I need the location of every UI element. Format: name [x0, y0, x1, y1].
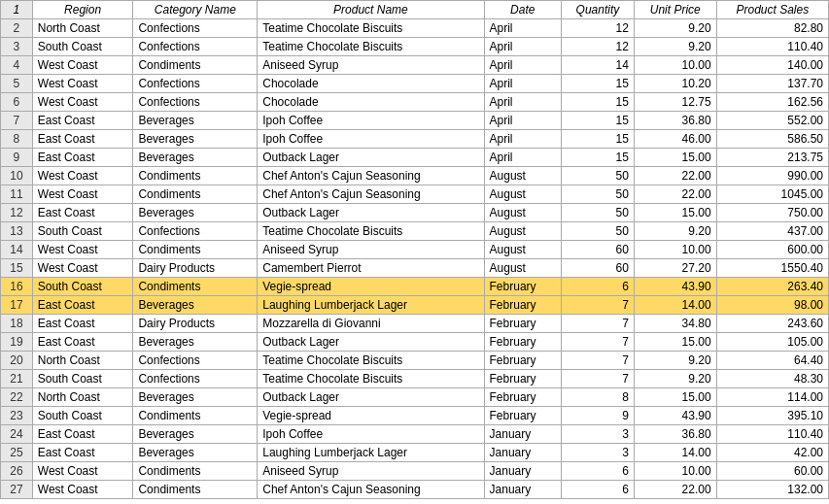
cell-unit-price: 22.00	[634, 167, 716, 185]
cell-date: February	[484, 388, 561, 407]
table-row: 23South CoastCondimentsVegie-spreadFebru…	[1, 407, 829, 425]
cell-quantity: 6	[561, 278, 634, 296]
cell-region: North Coast	[32, 19, 133, 38]
cell-category: Confections	[133, 75, 258, 93]
cell-product-sales: 60.00	[716, 462, 828, 481]
cell-product-sales: 600.00	[716, 241, 828, 259]
cell-quantity: 15	[561, 130, 634, 149]
cell-product-sales: 586.50	[716, 130, 828, 149]
cell-product: Aniseed Syrup	[258, 241, 484, 259]
col-header-category: Category Name	[133, 1, 258, 19]
cell-product-sales: 82.80	[716, 19, 828, 38]
cell-region: East Coast	[32, 296, 133, 315]
cell-product: Chef Anton's Cajun Seasoning	[258, 481, 484, 499]
cell-unit-price: 10.00	[634, 56, 716, 75]
cell-region: East Coast	[32, 425, 133, 444]
cell-product-sales: 750.00	[716, 204, 828, 222]
cell-region: West Coast	[32, 56, 133, 75]
cell-category: Beverages	[133, 296, 258, 315]
cell-unit-price: 36.80	[634, 112, 716, 130]
cell-product-sales: 395.10	[716, 407, 828, 425]
row-number: 18	[1, 315, 33, 333]
cell-date: August	[484, 204, 561, 222]
cell-quantity: 50	[561, 185, 634, 204]
cell-unit-price: 43.90	[634, 278, 716, 296]
cell-quantity: 8	[561, 388, 634, 407]
cell-quantity: 6	[561, 462, 634, 481]
row-number: 27	[1, 481, 33, 499]
cell-region: East Coast	[32, 130, 133, 149]
cell-product: Laughing Lumberjack Lager	[258, 444, 484, 462]
row-number: 19	[1, 333, 33, 352]
cell-category: Beverages	[133, 112, 258, 130]
cell-unit-price: 10.00	[634, 462, 716, 481]
cell-category: Beverages	[133, 333, 258, 352]
table-row: 16South CoastCondimentsVegie-spreadFebru…	[1, 278, 829, 296]
cell-date: August	[484, 222, 561, 241]
cell-product: Outback Lager	[258, 204, 484, 222]
cell-date: April	[484, 93, 561, 112]
cell-quantity: 9	[561, 407, 634, 425]
cell-unit-price: 9.20	[634, 352, 716, 370]
cell-region: North Coast	[32, 352, 133, 370]
cell-quantity: 6	[561, 481, 634, 499]
row-number: 24	[1, 425, 33, 444]
cell-region: South Coast	[32, 370, 133, 388]
cell-product-sales: 42.00	[716, 444, 828, 462]
table-row: 8East CoastBeveragesIpoh CoffeeApril1546…	[1, 130, 829, 149]
cell-region: North Coast	[32, 388, 133, 407]
table-row: 10West CoastCondimentsChef Anton's Cajun…	[1, 167, 829, 185]
cell-unit-price: 22.00	[634, 185, 716, 204]
cell-region: South Coast	[32, 38, 133, 56]
row-number: 3	[1, 38, 33, 56]
col-header-unit-price: Unit Price	[634, 1, 716, 19]
row-number: 23	[1, 407, 33, 425]
cell-unit-price: 14.00	[634, 444, 716, 462]
cell-product-sales: 110.40	[716, 425, 828, 444]
cell-product: Vegie-spread	[258, 278, 484, 296]
cell-unit-price: 10.00	[634, 241, 716, 259]
cell-product-sales: 132.00	[716, 481, 828, 499]
table-row: 5West CoastConfectionsChocoladeApril1510…	[1, 75, 829, 93]
cell-quantity: 3	[561, 444, 634, 462]
cell-category: Beverages	[133, 425, 258, 444]
cell-region: South Coast	[32, 278, 133, 296]
cell-date: August	[484, 241, 561, 259]
cell-quantity: 50	[561, 204, 634, 222]
cell-date: February	[484, 315, 561, 333]
table-row: 22North CoastBeveragesOutback LagerFebru…	[1, 388, 829, 407]
row-number: 15	[1, 259, 33, 278]
cell-quantity: 7	[561, 370, 634, 388]
cell-unit-price: 22.00	[634, 481, 716, 499]
table-row: 3South CoastConfectionsTeatime Chocolate…	[1, 38, 829, 56]
table-row: 27West CoastCondimentsChef Anton's Cajun…	[1, 481, 829, 499]
cell-product: Mozzarella di Giovanni	[258, 315, 484, 333]
cell-product-sales: 105.00	[716, 333, 828, 352]
cell-unit-price: 9.20	[634, 19, 716, 38]
cell-date: August	[484, 167, 561, 185]
cell-unit-price: 15.00	[634, 388, 716, 407]
cell-product-sales: 48.30	[716, 370, 828, 388]
row-number: 17	[1, 296, 33, 315]
table-row: 6West CoastConfectionsChocoladeApril1512…	[1, 93, 829, 112]
table-row: 19East CoastBeveragesOutback LagerFebrua…	[1, 333, 829, 352]
cell-date: February	[484, 333, 561, 352]
cell-category: Confections	[133, 38, 258, 56]
cell-unit-price: 27.20	[634, 259, 716, 278]
cell-product: Ipoh Coffee	[258, 425, 484, 444]
cell-unit-price: 14.00	[634, 296, 716, 315]
row-number: 21	[1, 370, 33, 388]
table-row: 24East CoastBeveragesIpoh CoffeeJanuary3…	[1, 425, 829, 444]
cell-quantity: 14	[561, 56, 634, 75]
cell-category: Confections	[133, 352, 258, 370]
cell-product: Aniseed Syrup	[258, 462, 484, 481]
table-row: 21South CoastConfectionsTeatime Chocolat…	[1, 370, 829, 388]
cell-date: February	[484, 278, 561, 296]
row-number: 6	[1, 93, 33, 112]
cell-product-sales: 552.00	[716, 112, 828, 130]
cell-product-sales: 437.00	[716, 222, 828, 241]
cell-product-sales: 990.00	[716, 167, 828, 185]
cell-product-sales: 137.70	[716, 75, 828, 93]
cell-category: Condiments	[133, 167, 258, 185]
cell-date: February	[484, 296, 561, 315]
